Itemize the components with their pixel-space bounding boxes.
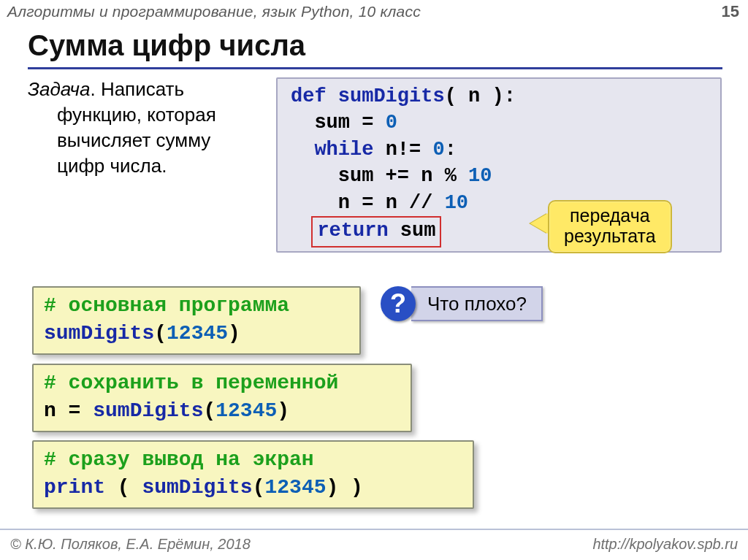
ex1-line2: sumDigits(12345) xyxy=(44,320,348,348)
page-title: Сумма цифр числа xyxy=(28,29,305,62)
code-line-1: def sumDigits( n ): xyxy=(291,83,713,110)
callout-line2: результата xyxy=(564,226,656,246)
header-bar: Алгоритмы и программирование, язык Pytho… xyxy=(0,0,748,23)
callout-tail xyxy=(530,213,548,234)
return-highlight: return sum xyxy=(311,216,441,247)
task-body-first: . Написать xyxy=(90,78,184,100)
question-mark-icon: ? xyxy=(381,286,416,321)
ex3-line1: # сразу вывод на экран xyxy=(44,446,461,474)
course-title: Алгоритмы и программирование, язык Pytho… xyxy=(7,3,421,20)
title-underline xyxy=(28,67,722,69)
ex3-line2: print ( sumDigits(12345) ) xyxy=(44,474,461,502)
task-statement: Задача. Написатьфункцию, котораявычисляе… xyxy=(28,77,269,179)
code-line-4: sum += n % 10 xyxy=(291,163,713,189)
footer-url: http://kpolyakov.spb.ru xyxy=(592,536,738,553)
footer-copyright: © К.Ю. Поляков, Е.А. Ерёмин, 2018 xyxy=(10,536,251,553)
example-box-2: # сохранить в переменной n = sumDigits(1… xyxy=(32,364,412,432)
code-line-3: while n!= 0: xyxy=(291,137,713,163)
callout-line1: передача xyxy=(570,205,650,226)
ex2-line2: n = sumDigits(12345) xyxy=(44,397,399,425)
example-box-1: # основная программа sumDigits(12345) xyxy=(32,286,361,355)
example-box-3: # сразу вывод на экран print ( sumDigits… xyxy=(32,440,474,509)
task-body-rest: функцию, котораявычисляет суммуцифр числ… xyxy=(57,102,269,179)
task-label: Задача xyxy=(28,78,90,100)
footer: © К.Ю. Поляков, Е.А. Ерёмин, 2018 http:/… xyxy=(0,529,748,560)
callout-body: передача результата xyxy=(548,200,672,253)
code-line-2: sum = 0 xyxy=(291,110,713,136)
question-callout: ? Что плохо? xyxy=(381,286,543,321)
question-text: Что плохо? xyxy=(411,286,543,321)
page-number: 15 xyxy=(722,2,739,21)
ex1-line1: # основная программа xyxy=(44,292,348,320)
callout-return: передача результата xyxy=(548,200,672,253)
ex2-line1: # сохранить в переменной xyxy=(44,369,399,397)
